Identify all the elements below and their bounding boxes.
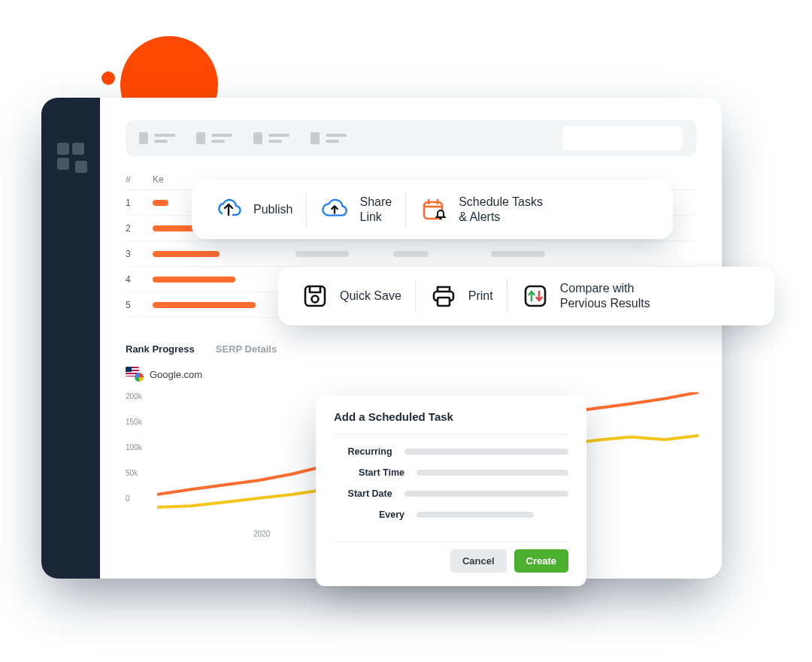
schedule-button[interactable]: Schedule Tasks & Alerts [406, 195, 556, 225]
calendar-bell-icon [420, 195, 448, 224]
table-row[interactable]: 3 [126, 241, 696, 267]
cloud-share-icon [320, 195, 349, 224]
print-button[interactable]: Print [416, 282, 507, 310]
share-link-button[interactable]: Share Link [307, 195, 405, 225]
create-button[interactable]: Create [514, 549, 568, 573]
svg-point-1 [440, 217, 442, 219]
label-every: Every [334, 509, 417, 520]
svg-rect-5 [438, 298, 450, 306]
modal-title: Add a Scheduled Task [334, 410, 568, 434]
toolbar-placeholder [126, 120, 696, 156]
sidebar [41, 98, 100, 579]
schedule-task-modal: Add a Scheduled Task Recurring Start Tim… [316, 395, 586, 586]
search-input[interactable] [562, 126, 683, 150]
col-index: # [126, 174, 153, 185]
search-engine: Google.com [126, 367, 696, 382]
publish-button[interactable]: Publish [201, 195, 306, 224]
engine-label: Google.com [150, 369, 202, 380]
compare-button[interactable]: Compare with Pervious Results [508, 281, 664, 311]
tab-rank-progress[interactable]: Rank Progress [126, 343, 195, 355]
quick-save-button[interactable]: Quick Save [287, 282, 415, 310]
google-icon [135, 373, 144, 382]
compare-icon [521, 282, 550, 310]
action-bar-publish: Publish Share Link Schedule Tasks & Aler… [192, 180, 673, 239]
label-recurring: Recurring [334, 446, 404, 457]
svg-point-3 [312, 296, 319, 303]
svg-rect-6 [526, 286, 545, 306]
upload-cloud-icon [214, 195, 243, 224]
save-icon [301, 282, 329, 310]
cancel-button[interactable]: Cancel [450, 549, 507, 573]
action-bar-save: Quick Save Print Compare with Pervious R… [278, 267, 774, 325]
input-start-time[interactable] [417, 470, 568, 476]
tab-serp-details[interactable]: SERP Details [216, 343, 277, 355]
input-every[interactable] [417, 512, 534, 518]
apps-icon[interactable] [57, 143, 84, 170]
label-start-date: Start Date [334, 488, 404, 499]
label-start-time: Start Time [334, 467, 417, 478]
input-start-date[interactable] [404, 491, 568, 497]
chart-tabs: Rank Progress SERP Details [126, 343, 696, 355]
print-icon [429, 282, 458, 310]
input-recurring[interactable] [404, 449, 568, 455]
decor-dot [102, 71, 115, 85]
